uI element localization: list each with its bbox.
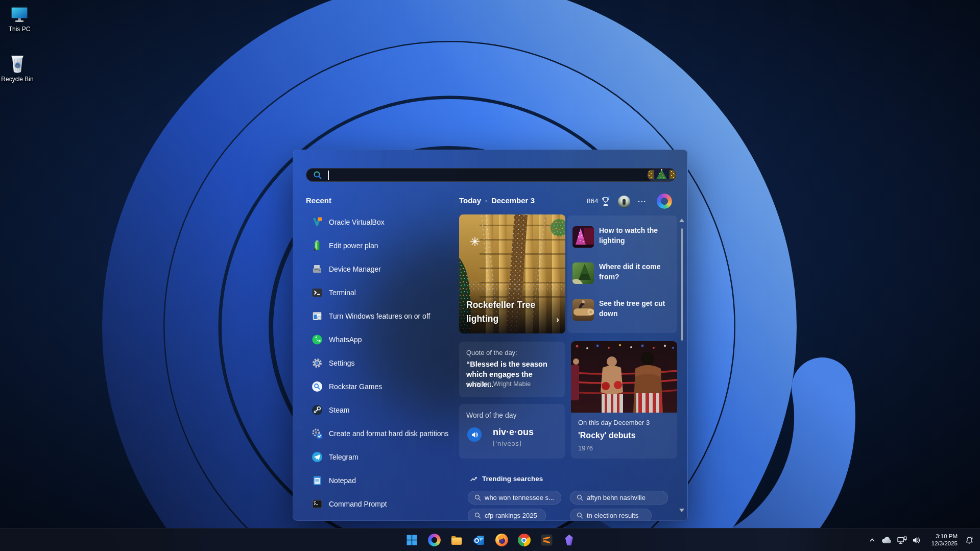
on-this-day-heading: On this day December 3 bbox=[578, 419, 650, 426]
terminal-icon bbox=[311, 286, 323, 299]
taskbar-obsidian[interactable] bbox=[558, 530, 580, 550]
scrollbar-thumb[interactable] bbox=[681, 228, 683, 341]
copilot-icon[interactable] bbox=[657, 194, 672, 209]
power-plan-icon bbox=[311, 239, 323, 252]
recent-item-label: Create and format hard disk partitions bbox=[329, 429, 448, 438]
tray-time: 3:10 PM bbox=[924, 533, 958, 540]
separator-dot: • bbox=[485, 198, 487, 204]
network-icon[interactable] bbox=[894, 535, 910, 545]
related-stories-card: How to watch the lighting Where did it c… bbox=[567, 215, 677, 333]
word-heading: Word of the day bbox=[466, 411, 517, 419]
system-tray: 3:10 PM 12/3/2025 z bbox=[866, 529, 980, 551]
start-icon bbox=[405, 534, 418, 546]
tray-expand-chevron[interactable] bbox=[866, 536, 879, 544]
tray-date: 12/3/2025 bbox=[924, 540, 958, 547]
taskbar-file-explorer[interactable] bbox=[445, 530, 468, 550]
taskbar-firefox[interactable] bbox=[490, 530, 513, 550]
rewards-trophy-icon[interactable] bbox=[601, 196, 610, 206]
recent-item-label: WhatsApp bbox=[329, 336, 362, 344]
today-date: December 3 bbox=[491, 196, 535, 205]
recent-item[interactable]: Device Manager bbox=[306, 257, 457, 281]
recent-item[interactable]: Create and format hard disk partitions bbox=[306, 422, 457, 445]
chip-label: cfp rankings 2025 bbox=[485, 512, 537, 519]
file-explorer-icon bbox=[450, 534, 463, 547]
desktop-icon-this-pc[interactable]: This PC bbox=[0, 5, 39, 33]
search-icon bbox=[577, 494, 583, 501]
recent-item-label: Terminal bbox=[329, 289, 356, 297]
scrollbar-down-arrow[interactable] bbox=[679, 509, 684, 512]
chrome-icon bbox=[518, 534, 531, 546]
desktop: This PC ♻ Recycle Bin bbox=[0, 0, 980, 551]
on-this-day-title: 'Rocky' debuts bbox=[578, 431, 636, 440]
search-icon bbox=[313, 171, 322, 180]
onedrive-icon[interactable] bbox=[879, 536, 894, 544]
on-this-day-year: 1976 bbox=[578, 444, 593, 452]
related-item[interactable]: See the tree get cut down bbox=[572, 299, 673, 326]
volume-icon[interactable] bbox=[910, 536, 924, 544]
recent-item[interactable]: Telegram bbox=[306, 445, 457, 469]
scrollbar-up-arrow[interactable] bbox=[679, 219, 684, 222]
disk-partitions-icon bbox=[311, 427, 323, 440]
taskbar-copilot[interactable] bbox=[423, 530, 445, 550]
virtualbox-icon bbox=[311, 216, 323, 228]
outlook-icon bbox=[472, 534, 486, 547]
recycle-bin-icon: ♻ bbox=[7, 51, 28, 75]
recent-item[interactable]: Settings bbox=[306, 351, 457, 375]
recent-item[interactable]: Notepad bbox=[306, 469, 457, 492]
trending-chip[interactable]: aftyn behn nashville bbox=[570, 491, 668, 505]
search-icon bbox=[474, 494, 481, 501]
on-this-day-card[interactable]: On this day December 3 'Rocky' debuts 19… bbox=[571, 341, 677, 459]
recent-item[interactable]: Rockstar Games bbox=[306, 375, 457, 398]
notification-bell-icon[interactable]: z bbox=[965, 536, 974, 545]
recent-item-label: Telegram bbox=[329, 453, 358, 461]
recent-item-label: Command Prompt bbox=[329, 500, 387, 508]
hero-chevron-icon[interactable]: › bbox=[556, 315, 559, 325]
start-button[interactable] bbox=[400, 530, 423, 550]
related-item[interactable]: How to watch the lighting bbox=[572, 226, 673, 253]
recent-item[interactable]: Terminal bbox=[306, 281, 457, 304]
related-title: Where did it come from? bbox=[599, 261, 672, 282]
related-item[interactable]: Where did it come from? bbox=[572, 262, 673, 289]
recent-item-label: Steam bbox=[329, 406, 349, 414]
trending-icon bbox=[470, 475, 477, 483]
hero-card[interactable]: Rockefeller Tree lighting › bbox=[459, 214, 565, 333]
svg-text:♻: ♻ bbox=[14, 61, 20, 69]
rewards-points[interactable]: 864 bbox=[587, 197, 599, 205]
recent-item-label: Rockstar Games bbox=[329, 382, 382, 391]
trending-chip[interactable]: who won tennessee s... bbox=[468, 491, 561, 505]
word-of-day-card[interactable]: Word of the day niv·e·ous [ˈnivēəs] bbox=[459, 404, 565, 459]
taskbar-sublime-text[interactable] bbox=[535, 530, 558, 550]
recent-item[interactable]: Steam bbox=[306, 398, 457, 422]
search-icon bbox=[474, 512, 481, 519]
telegram-icon bbox=[311, 451, 323, 463]
recent-item[interactable]: Turn Windows features on or off bbox=[306, 304, 457, 328]
windows-features-icon bbox=[311, 310, 323, 322]
taskbar-outlook[interactable] bbox=[468, 530, 490, 550]
related-thumbnail bbox=[572, 299, 594, 321]
recent-item[interactable]: Oracle VirtualBox bbox=[306, 210, 457, 234]
user-avatar[interactable] bbox=[618, 196, 630, 208]
speaker-icon[interactable] bbox=[467, 427, 482, 442]
recent-item[interactable]: WhatsApp bbox=[306, 328, 457, 351]
trending-chip[interactable]: tn election results bbox=[570, 509, 652, 521]
this-pc-icon bbox=[9, 5, 30, 25]
text-caret bbox=[328, 171, 329, 180]
chip-label: aftyn behn nashville bbox=[587, 494, 646, 501]
quote-card[interactable]: Quote of the day: “Blessed is the season… bbox=[459, 342, 565, 397]
search-theme-image[interactable] bbox=[648, 169, 676, 181]
search-icon bbox=[577, 512, 583, 519]
search-flyout: Recent Oracle VirtualBox Edit power plan… bbox=[293, 150, 688, 521]
recent-item[interactable]: Command Prompt bbox=[306, 492, 457, 516]
taskbar-chrome[interactable] bbox=[513, 530, 535, 550]
notepad-icon bbox=[311, 474, 323, 487]
more-options-icon[interactable]: ... bbox=[638, 195, 647, 204]
taskbar: 3:10 PM 12/3/2025 z bbox=[0, 528, 980, 551]
desktop-icon-recycle-bin[interactable]: ♻ Recycle Bin bbox=[0, 51, 37, 83]
recent-item[interactable]: Edit power plan bbox=[306, 234, 457, 257]
chip-label: tn election results bbox=[587, 512, 638, 519]
search-input[interactable] bbox=[306, 168, 676, 182]
taskbar-clock[interactable]: 3:10 PM 12/3/2025 bbox=[924, 533, 958, 547]
today-label: Today bbox=[459, 196, 481, 205]
trending-chip[interactable]: cfp rankings 2025 bbox=[468, 509, 546, 521]
recent-item-label: Settings bbox=[329, 359, 355, 367]
